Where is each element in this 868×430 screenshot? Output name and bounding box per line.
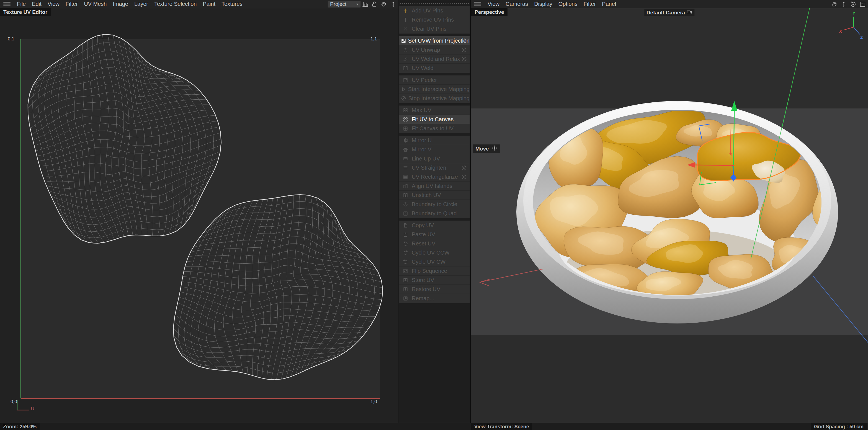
straighten-glyph [403,165,408,170]
active-tool-indicator[interactable]: Move [473,144,500,153]
palette-item-mirror-v[interactable]: Mirror V [399,145,470,154]
palette-item-label: UV Straighten [412,165,470,171]
pan-hand-icon[interactable] [831,1,838,8]
palette-item-store-uv[interactable]: Store UV [399,275,470,285]
menu-textures[interactable]: Textures [218,1,246,7]
tab-texture-uv-editor[interactable]: Texture UV Editor [0,8,51,16]
unwrap-glyph [403,47,408,53]
palette-item-line-up-uv[interactable]: Line Up UV [399,154,470,163]
uv-canvas[interactable] [0,8,398,423]
palette-group-0: Add UV PinsRemove UV PinsClear UV Pins [399,6,470,34]
maximize-panel-icon[interactable] [859,1,866,8]
palette-item-uv-peeler[interactable]: UV Peeler [399,75,470,85]
palette-item-add-uv-pins[interactable]: Add UV Pins [399,6,470,15]
menu-panel[interactable]: Panel [599,1,619,7]
palette-item-flip-sequence[interactable]: Flip Sequence [399,266,470,275]
palette-item-clear-uv-pins[interactable]: Clear UV Pins [399,24,470,33]
zoom-updown-icon[interactable] [390,1,397,8]
palette-item-reset-uv[interactable]: Reset UV [399,239,470,248]
paste-glyph [403,232,408,237]
status-bar: Zoom: 259.0% View Transform: Scene Grid … [0,423,868,430]
palette-item-uv-weld-and-relax[interactable]: UV Weld and Relax [399,55,470,64]
palette-item-stop-interactive-mapping[interactable]: Stop Interactive Mapping [399,94,470,103]
gear-icon[interactable] [461,174,467,181]
palette-item-label: Boundary to Quad [412,210,470,217]
palette-item-remap[interactable]: Remap... [399,294,470,303]
palette-item-label: Fit Canvas to UV [412,125,470,132]
palette-item-label: Clear UV Pins [412,26,470,32]
menu-view[interactable]: View [485,1,502,7]
menu-paint[interactable]: Paint [199,1,218,7]
palette-item-copy-uv[interactable]: Copy UV [399,221,470,230]
palette-item-restore-uv[interactable]: Restore UV [399,285,470,294]
unlock-icon[interactable] [371,1,378,8]
weld-icon [399,66,412,71]
pan-hand-icon[interactable] [380,1,388,8]
menu-texture-selection[interactable]: Texture Selection [151,1,199,7]
max-uv-glyph [403,108,408,113]
palette-item-uv-unwrap[interactable]: UV Unwrap [399,45,470,55]
orbit-icon[interactable] [850,1,857,8]
svg-text:X: X [839,29,842,33]
menu-layer[interactable]: Layer [131,1,151,7]
gear-icon[interactable] [461,165,467,172]
palette-item-start-interactive-mapping[interactable]: Start Interactive Mapping [399,85,470,94]
palette-item-boundary-to-quad[interactable]: Boundary to Quad [399,209,470,218]
menu-filter[interactable]: Filter [581,1,599,7]
palette-item-fit-canvas-to-uv[interactable]: Fit Canvas to UV [399,124,470,133]
menu-uv-mesh[interactable]: UV Mesh [81,1,110,7]
peeler-icon [399,77,412,83]
pin-icon [399,17,412,23]
palette-item-cycle-uv-ccw[interactable]: Cycle UV CCW [399,248,470,257]
palette-item-label: Line Up UV [412,156,470,162]
paste-icon [399,232,412,237]
gear-glyph [461,56,467,62]
axis-orientation-gizmo[interactable]: YXZ [836,10,866,41]
menu-options[interactable]: Options [555,1,581,7]
camera-selector-label: Default Camera [647,10,685,16]
gear-glyph [461,47,467,53]
align-islands-glyph [403,184,408,189]
peeler-glyph [403,77,408,83]
palette-item-align-uv-islands[interactable]: Align UV Islands [399,181,470,191]
project-dropdown[interactable]: Project ▾ [328,1,361,8]
menu-filter[interactable]: Filter [63,1,81,7]
menu-image[interactable]: Image [110,1,131,7]
gear-icon[interactable] [461,38,467,45]
palette-drag-handle[interactable] [399,1,469,4]
palette-item-max-uv[interactable]: Max UV [399,106,470,115]
viewport-3d[interactable]: Perspective Default Camera Move YXZ [471,8,868,423]
palette-item-remove-uv-pins[interactable]: Remove UV Pins [399,15,470,24]
pin-glyph [403,17,408,23]
menu-display[interactable]: Display [531,1,555,7]
fit-uv-icon [399,117,412,122]
gear-icon[interactable] [461,56,467,63]
menu-view[interactable]: View [44,1,63,7]
cycle-cw-glyph [403,259,408,265]
palette-item-fit-uv-to-canvas[interactable]: Fit UV to Canvas [399,115,470,124]
unwrap-icon [399,47,412,53]
palette-item-cycle-uv-cw[interactable]: Cycle UV CW [399,257,470,266]
uv-corner-label-10: 1,0 [370,399,377,404]
menu-edit[interactable]: Edit [29,1,44,7]
palette-item-paste-uv[interactable]: Paste UV [399,230,470,239]
remap-glyph [403,296,408,301]
palette-item-set-uvw-from-projection[interactable]: Set UVW from Projection [399,36,470,45]
palette-item-uv-weld[interactable]: UV Weld [399,64,470,73]
palette-item-unstitch-uv[interactable]: Unstitch UV [399,191,470,200]
svg-text:Y: Y [852,11,855,15]
palette-item-boundary-to-circle[interactable]: Boundary to Circle [399,200,470,209]
menu-file[interactable]: File [14,1,29,7]
camera-selector[interactable]: Default Camera [644,9,694,16]
tab-perspective[interactable]: Perspective [471,8,507,16]
hamburger-menu-icon[interactable] [474,2,481,6]
uv-corner-label-01: 0,1 [8,36,14,42]
gear-icon[interactable] [461,47,467,54]
hamburger-menu-icon[interactable] [3,2,10,6]
zoom-updown-icon[interactable] [840,1,847,8]
palette-item-mirror-u[interactable]: Mirror U [399,136,470,145]
palette-item-uv-rectangularize[interactable]: UV Rectangularize [399,172,470,181]
histogram-icon[interactable] [362,1,369,8]
palette-item-uv-straighten[interactable]: UV Straighten [399,163,470,172]
menu-cameras[interactable]: Cameras [502,1,531,7]
